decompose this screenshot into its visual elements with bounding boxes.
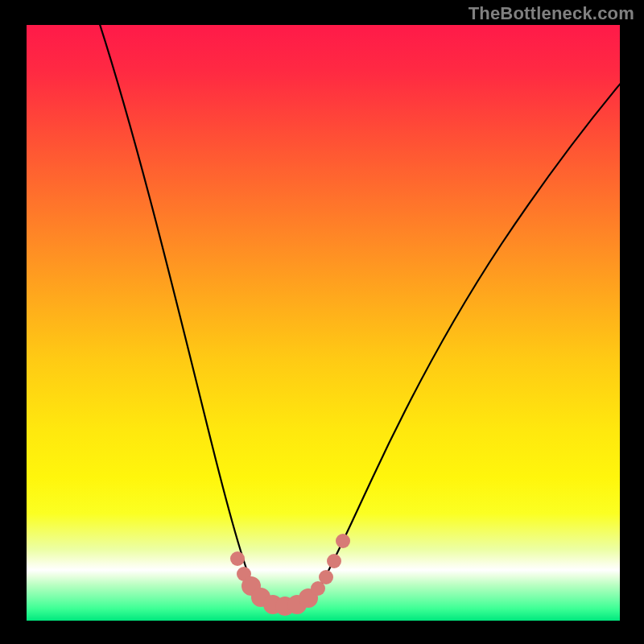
plot-area — [27, 25, 620, 621]
watermark-text: TheBottleneck.com — [469, 3, 634, 24]
marker-group — [230, 534, 350, 616]
curve-marker — [336, 534, 350, 548]
curve-marker — [230, 551, 245, 566]
curve-marker — [319, 570, 333, 584]
curve-markers — [27, 25, 620, 621]
chart-stage: TheBottleneck.com — [0, 0, 644, 644]
curve-marker — [327, 554, 341, 568]
